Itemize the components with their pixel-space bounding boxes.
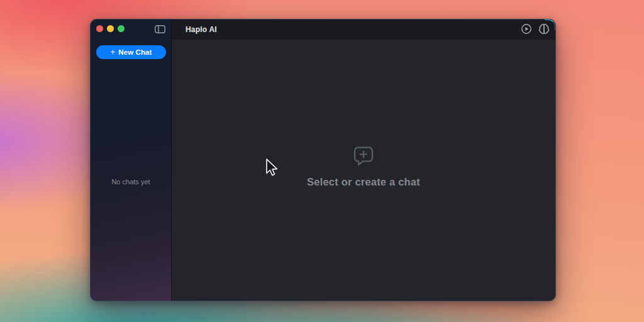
- empty-state-title: Select or create a chat: [307, 176, 420, 188]
- model-button[interactable]: [538, 24, 550, 36]
- new-chat-label: New Chat: [118, 48, 152, 56]
- window-title: Haplo AI: [186, 25, 217, 34]
- sidebar-toggle-button[interactable]: [153, 25, 166, 35]
- desktop-background: + New Chat No chats yet Haplo AI: [0, 0, 644, 322]
- new-chat-bubble-icon: [353, 147, 374, 169]
- app-window: + New Chat No chats yet Haplo AI: [90, 19, 556, 301]
- sidebar: + New Chat No chats yet: [91, 19, 172, 301]
- brain-icon: [538, 23, 550, 36]
- run-button[interactable]: [520, 24, 532, 36]
- titlebar: Haplo AI: [172, 19, 555, 40]
- new-chat-button[interactable]: + New Chat: [96, 45, 166, 59]
- chat-content-area: Select or create a chat: [172, 40, 555, 301]
- play-circle-icon: [521, 23, 532, 36]
- close-button[interactable]: [96, 25, 103, 32]
- plus-icon: +: [111, 48, 116, 56]
- minimize-button[interactable]: [107, 25, 114, 32]
- sidebar-toggle-icon: [155, 25, 165, 36]
- zoom-button[interactable]: [118, 25, 125, 32]
- sidebar-empty-text: No chats yet: [91, 178, 171, 186]
- main-panel: Haplo AI: [172, 19, 555, 301]
- toolbar: [520, 24, 550, 36]
- empty-state: Select or create a chat: [307, 147, 420, 188]
- traffic-lights: [96, 25, 125, 32]
